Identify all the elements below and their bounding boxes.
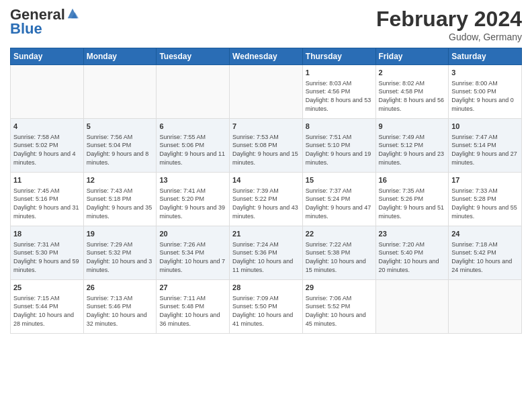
page-header: General Blue February 2024 Gudow, German… [10,7,522,42]
day-sun-info: Sunrise: 7:06 AM Sunset: 5:52 PM Dayligh… [306,294,373,328]
day-of-week-header: Saturday [449,48,522,65]
day-number: 7 [232,122,300,132]
month-title: February 2024 [376,7,522,32]
day-sun-info: Sunrise: 7:18 AM Sunset: 5:42 PM Dayligh… [451,240,519,274]
day-of-week-header: Sunday [11,48,84,65]
day-number: 18 [13,229,81,239]
calendar-cell: 18Sunrise: 7:31 AM Sunset: 5:30 PM Dayli… [11,226,84,280]
day-of-week-header: Wednesday [230,48,303,65]
calendar-cell [230,65,303,119]
calendar-cell: 24Sunrise: 7:18 AM Sunset: 5:42 PM Dayli… [449,226,522,280]
calendar-week-row: 18Sunrise: 7:31 AM Sunset: 5:30 PM Dayli… [11,226,522,280]
day-number: 20 [159,229,226,239]
calendar-cell [449,280,522,334]
calendar-week-row: 25Sunrise: 7:15 AM Sunset: 5:44 PM Dayli… [11,280,522,334]
logo: General Blue [10,7,79,38]
calendar-cell: 27Sunrise: 7:11 AM Sunset: 5:48 PM Dayli… [157,280,230,334]
day-sun-info: Sunrise: 7:22 AM Sunset: 5:38 PM Dayligh… [306,240,373,274]
day-of-week-header: Tuesday [157,48,230,65]
calendar-cell: 4Sunrise: 7:58 AM Sunset: 5:02 PM Daylig… [11,119,84,173]
location: Gudow, Germany [376,32,522,42]
day-number: 21 [232,229,300,239]
calendar-cell: 5Sunrise: 7:56 AM Sunset: 5:04 PM Daylig… [83,119,157,173]
calendar-cell: 8Sunrise: 7:51 AM Sunset: 5:10 PM Daylig… [302,119,375,173]
day-sun-info: Sunrise: 7:47 AM Sunset: 5:14 PM Dayligh… [451,133,519,167]
calendar-cell: 6Sunrise: 7:55 AM Sunset: 5:06 PM Daylig… [157,119,230,173]
day-sun-info: Sunrise: 7:56 AM Sunset: 5:04 PM Dayligh… [87,133,154,167]
day-number: 26 [87,283,154,293]
calendar-cell [83,65,157,119]
calendar-header-row: SundayMondayTuesdayWednesdayThursdayFrid… [11,48,522,65]
calendar-cell: 13Sunrise: 7:41 AM Sunset: 5:20 PM Dayli… [157,173,230,226]
calendar-week-row: 11Sunrise: 7:45 AM Sunset: 5:16 PM Dayli… [11,173,522,226]
calendar-cell: 29Sunrise: 7:06 AM Sunset: 5:52 PM Dayli… [302,280,375,334]
day-number: 1 [306,68,373,78]
day-number: 6 [159,122,226,132]
day-number: 3 [451,68,519,78]
day-number: 27 [159,283,226,293]
day-number: 15 [306,175,373,185]
day-number: 12 [87,175,154,185]
calendar-cell: 25Sunrise: 7:15 AM Sunset: 5:44 PM Dayli… [11,280,84,334]
day-sun-info: Sunrise: 7:24 AM Sunset: 5:36 PM Dayligh… [232,240,300,274]
day-number: 22 [306,229,373,239]
day-number: 2 [379,68,446,78]
calendar-cell: 22Sunrise: 7:22 AM Sunset: 5:38 PM Dayli… [302,226,375,280]
day-sun-info: Sunrise: 7:41 AM Sunset: 5:20 PM Dayligh… [159,187,226,220]
day-number: 5 [87,122,154,132]
calendar-cell: 11Sunrise: 7:45 AM Sunset: 5:16 PM Dayli… [11,173,84,226]
page-container: General Blue February 2024 Gudow, German… [0,0,532,340]
calendar-cell: 17Sunrise: 7:33 AM Sunset: 5:28 PM Dayli… [449,173,522,226]
day-sun-info: Sunrise: 7:35 AM Sunset: 5:26 PM Dayligh… [379,187,446,220]
day-of-week-header: Monday [83,48,157,65]
day-sun-info: Sunrise: 7:45 AM Sunset: 5:16 PM Dayligh… [13,187,81,220]
day-number: 13 [159,175,226,185]
day-sun-info: Sunrise: 7:43 AM Sunset: 5:18 PM Dayligh… [87,187,154,220]
day-number: 4 [13,122,81,132]
title-section: February 2024 Gudow, Germany [376,7,522,42]
calendar-cell: 26Sunrise: 7:13 AM Sunset: 5:46 PM Dayli… [83,280,157,334]
day-number: 11 [13,175,81,185]
calendar-cell: 9Sunrise: 7:49 AM Sunset: 5:12 PM Daylig… [375,119,449,173]
calendar-cell: 23Sunrise: 7:20 AM Sunset: 5:40 PM Dayli… [375,226,449,280]
day-sun-info: Sunrise: 7:49 AM Sunset: 5:12 PM Dayligh… [379,133,446,167]
day-sun-info: Sunrise: 7:39 AM Sunset: 5:22 PM Dayligh… [232,187,300,220]
calendar-cell: 2Sunrise: 8:02 AM Sunset: 4:58 PM Daylig… [375,65,449,119]
calendar-cell [11,65,84,119]
calendar-cell: 14Sunrise: 7:39 AM Sunset: 5:22 PM Dayli… [230,173,303,226]
day-sun-info: Sunrise: 8:02 AM Sunset: 4:58 PM Dayligh… [379,79,446,113]
logo-icon [66,7,79,19]
day-number: 8 [306,122,373,132]
day-number: 28 [232,283,300,293]
day-number: 24 [451,229,519,239]
calendar-cell: 15Sunrise: 7:37 AM Sunset: 5:24 PM Dayli… [302,173,375,226]
calendar-cell: 12Sunrise: 7:43 AM Sunset: 5:18 PM Dayli… [83,173,157,226]
day-sun-info: Sunrise: 7:58 AM Sunset: 5:02 PM Dayligh… [13,133,81,167]
day-sun-info: Sunrise: 7:51 AM Sunset: 5:10 PM Dayligh… [306,133,373,167]
calendar-cell: 1Sunrise: 8:03 AM Sunset: 4:56 PM Daylig… [302,65,375,119]
day-number: 23 [379,229,446,239]
day-sun-info: Sunrise: 7:33 AM Sunset: 5:28 PM Dayligh… [451,187,519,220]
day-number: 19 [87,229,154,239]
day-number: 9 [379,122,446,132]
day-sun-info: Sunrise: 7:09 AM Sunset: 5:50 PM Dayligh… [232,294,300,328]
day-number: 14 [232,175,300,185]
day-number: 29 [306,283,373,293]
day-sun-info: Sunrise: 7:15 AM Sunset: 5:44 PM Dayligh… [13,294,81,328]
day-of-week-header: Friday [375,48,449,65]
day-sun-info: Sunrise: 7:26 AM Sunset: 5:34 PM Dayligh… [159,240,226,274]
calendar-cell: 3Sunrise: 8:00 AM Sunset: 5:00 PM Daylig… [449,65,522,119]
day-sun-info: Sunrise: 7:11 AM Sunset: 5:48 PM Dayligh… [159,294,226,328]
calendar-cell: 28Sunrise: 7:09 AM Sunset: 5:50 PM Dayli… [230,280,303,334]
calendar-week-row: 4Sunrise: 7:58 AM Sunset: 5:02 PM Daylig… [11,119,522,173]
day-number: 16 [379,175,446,185]
day-of-week-header: Thursday [302,48,375,65]
calendar-table: SundayMondayTuesdayWednesdayThursdayFrid… [10,48,522,334]
day-sun-info: Sunrise: 8:00 AM Sunset: 5:00 PM Dayligh… [451,79,519,113]
calendar-cell [157,65,230,119]
day-number: 10 [451,122,519,132]
calendar-cell: 20Sunrise: 7:26 AM Sunset: 5:34 PM Dayli… [157,226,230,280]
day-sun-info: Sunrise: 7:29 AM Sunset: 5:32 PM Dayligh… [87,240,154,274]
calendar-cell: 7Sunrise: 7:53 AM Sunset: 5:08 PM Daylig… [230,119,303,173]
day-sun-info: Sunrise: 7:55 AM Sunset: 5:06 PM Dayligh… [159,133,226,167]
